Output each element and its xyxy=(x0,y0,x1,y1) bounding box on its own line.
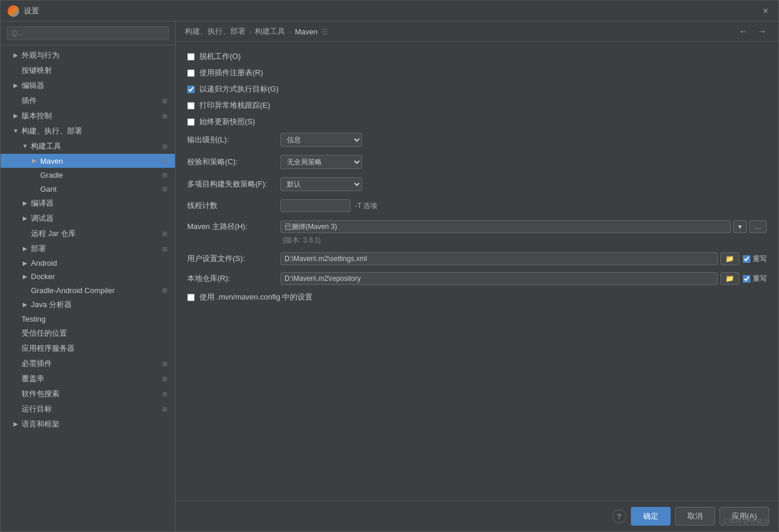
maven-version-row: (版本: 3.8.1) xyxy=(187,235,767,245)
use-mvn-config-label[interactable]: 使用 .mvn/maven.config 中的设置 xyxy=(199,292,313,302)
app-icon xyxy=(8,5,19,17)
maven-home-input[interactable] xyxy=(280,220,731,233)
sidebar-item-gradle[interactable]: Gradle ⊞ xyxy=(1,168,175,182)
user-settings-rewrite-checkbox[interactable] xyxy=(743,255,750,263)
sidebar-item-package-search[interactable]: 软件包搜索 ⊞ xyxy=(1,386,175,401)
always-update-checkbox[interactable] xyxy=(187,118,195,126)
sidebar-item-debugger[interactable]: ▶ 调试器 xyxy=(1,211,175,226)
sidebar-label: 语言和框架 xyxy=(22,419,169,429)
sidebar-label: 版本控制 xyxy=(22,111,160,121)
multi-project-fail-select[interactable]: 默认 失败最快 任意失败 xyxy=(280,177,362,191)
local-repo-rewrite-checkbox[interactable] xyxy=(743,275,750,283)
output-level-row: 输出级别(L): 信息 调试 错误 警告 xyxy=(187,133,767,147)
checkbox-offline-row: 脱机工作(O) xyxy=(187,51,767,62)
nav-forward-arrow[interactable]: → xyxy=(755,26,769,37)
sidebar-item-vcs[interactable]: ▶ 版本控制 ⊞ xyxy=(1,108,175,124)
always-update-label[interactable]: 始终更新快照(S) xyxy=(199,117,255,127)
local-repo-input[interactable] xyxy=(280,272,718,285)
breadcrumb-bar: 构建、执行、部署 › 构建工具 › Maven ☰ ← → xyxy=(176,22,778,42)
ok-button[interactable]: 确定 xyxy=(631,507,671,526)
sidebar-label: 必需插件 xyxy=(22,358,160,369)
chevron-icon: ▶ xyxy=(12,421,19,428)
checkbox-recursive-row: 以递归方式执行目标(G) xyxy=(187,84,767,94)
sidebar-item-deployment[interactable]: ▶ 部署 ⊞ xyxy=(1,241,175,256)
user-settings-input[interactable] xyxy=(280,252,718,265)
user-settings-browse-button[interactable]: 📁 xyxy=(720,252,739,265)
chevron-icon: ▶ xyxy=(22,200,29,207)
maven-home-browse-button[interactable]: … xyxy=(749,220,767,233)
sidebar-item-build-tools[interactable]: ▼ 构建工具 ⊞ xyxy=(1,139,175,154)
chevron-icon xyxy=(12,360,19,367)
validation-strategy-control: 无全局策略 忽略 警告 错误 xyxy=(280,155,362,169)
settings-icon: ⊞ xyxy=(160,374,169,383)
sidebar-item-editor[interactable]: ▶ 编辑器 xyxy=(1,78,175,93)
dialog-title: 设置 xyxy=(24,6,760,16)
settings-dialog: 设置 × ▶ 外观与行为 按键映射 ▶ xyxy=(0,0,779,532)
sidebar-item-remote-jar[interactable]: 远程 Jar 仓库 ⊞ xyxy=(1,226,175,241)
local-repo-browse-button[interactable]: 📁 xyxy=(720,272,739,285)
sidebar-item-trusted[interactable]: 受信任的位置 xyxy=(1,326,175,341)
sidebar-item-android[interactable]: ▶ Android xyxy=(1,256,175,270)
sidebar-item-keymap[interactable]: 按键映射 xyxy=(1,63,175,78)
search-box xyxy=(1,22,175,45)
sidebar-label: 按键映射 xyxy=(22,65,169,76)
breadcrumb-item-1: 构建、执行、部署 xyxy=(185,26,245,37)
maven-version-text: (版本: 3.8.1) xyxy=(283,236,321,244)
sidebar-label: 软件包搜索 xyxy=(22,389,160,399)
plugin-registry-label[interactable]: 使用插件注册表(R) xyxy=(199,68,263,78)
user-settings-rewrite-label[interactable]: 重写 xyxy=(743,254,767,264)
cancel-button[interactable]: 取消 xyxy=(675,507,715,526)
chevron-icon xyxy=(12,406,19,413)
sidebar-item-testing[interactable]: Testing xyxy=(1,312,175,326)
breadcrumb-item-2: 构建工具 xyxy=(255,26,285,37)
sidebar-item-required-plugins[interactable]: 必需插件 ⊞ xyxy=(1,356,175,371)
sidebar-item-java-analyzer[interactable]: ▶ Java 分析器 xyxy=(1,297,175,312)
sidebar-item-run-targets[interactable]: 运行目标 ⊞ xyxy=(1,401,175,417)
offline-label[interactable]: 脱机工作(O) xyxy=(199,51,241,62)
plugin-registry-checkbox[interactable] xyxy=(187,69,195,77)
main-content: 构建、执行、部署 › 构建工具 › Maven ☰ ← → 脱机工作(O) xyxy=(176,22,778,531)
sidebar: ▶ 外观与行为 按键映射 ▶ 编辑器 插件 ⊞ xyxy=(1,22,176,531)
validation-strategy-row: 校验和策略(C): 无全局策略 忽略 警告 错误 xyxy=(187,155,767,169)
chevron-icon xyxy=(12,345,19,352)
settings-icon: ⊞ xyxy=(160,156,169,165)
recursive-label[interactable]: 以递归方式执行目标(G) xyxy=(199,84,279,94)
search-input[interactable] xyxy=(6,26,169,40)
sidebar-item-gant[interactable]: Gant ⊞ xyxy=(1,182,175,196)
breadcrumb-separator: › xyxy=(249,27,251,36)
dialog-footer: ? 确定 取消 应用(A) xyxy=(176,501,778,531)
sidebar-label: 编辑器 xyxy=(22,80,169,91)
nav-back-arrow[interactable]: ← xyxy=(736,26,750,37)
maven-home-dropdown-button[interactable]: ▾ xyxy=(733,220,747,233)
sidebar-item-lang-framework[interactable]: ▶ 语言和框架 xyxy=(1,417,175,432)
close-button[interactable]: × xyxy=(760,5,771,17)
sidebar-item-build-exec-deploy[interactable]: ▼ 构建、执行、部署 xyxy=(1,124,175,139)
chevron-icon xyxy=(12,316,19,323)
print-stack-label[interactable]: 打印异常堆栈跟踪(E) xyxy=(199,100,270,111)
sidebar-item-maven[interactable]: ▶ Maven ⊞ xyxy=(1,154,175,168)
chevron-icon xyxy=(31,185,38,192)
recursive-checkbox[interactable] xyxy=(187,86,195,93)
thread-count-control: -T 选项 xyxy=(280,199,377,212)
sidebar-label: 受信任的位置 xyxy=(22,328,169,339)
sidebar-item-docker[interactable]: ▶ Docker xyxy=(1,270,175,283)
sidebar-label: 插件 xyxy=(22,96,160,106)
sidebar-item-gradle-android[interactable]: Gradle-Android Compiler ⊞ xyxy=(1,283,175,297)
chevron-icon: ▶ xyxy=(31,157,38,164)
checkbox-plugin-registry-row: 使用插件注册表(R) xyxy=(187,68,767,78)
sidebar-item-appearance[interactable]: ▶ 外观与行为 xyxy=(1,48,175,63)
sidebar-item-coverage[interactable]: 覆盖率 ⊞ xyxy=(1,371,175,386)
breadcrumb-menu-icon: ☰ xyxy=(321,27,328,36)
output-level-select[interactable]: 信息 调试 错误 警告 xyxy=(280,133,362,147)
sidebar-item-app-server[interactable]: 应用程序服务器 xyxy=(1,341,175,356)
use-mvn-config-checkbox[interactable] xyxy=(187,294,195,301)
checkbox-print-stack-row: 打印异常堆栈跟踪(E) xyxy=(187,100,767,111)
offline-checkbox[interactable] xyxy=(187,53,195,61)
sidebar-item-compiler[interactable]: ▶ 编译器 xyxy=(1,196,175,211)
local-repo-rewrite-label[interactable]: 重写 xyxy=(743,274,767,284)
thread-count-input[interactable] xyxy=(280,199,350,212)
validation-strategy-select[interactable]: 无全局策略 忽略 警告 错误 xyxy=(280,155,362,169)
sidebar-item-plugins[interactable]: 插件 ⊞ xyxy=(1,93,175,108)
help-button[interactable]: ? xyxy=(612,509,626,523)
print-stack-checkbox[interactable] xyxy=(187,102,195,110)
